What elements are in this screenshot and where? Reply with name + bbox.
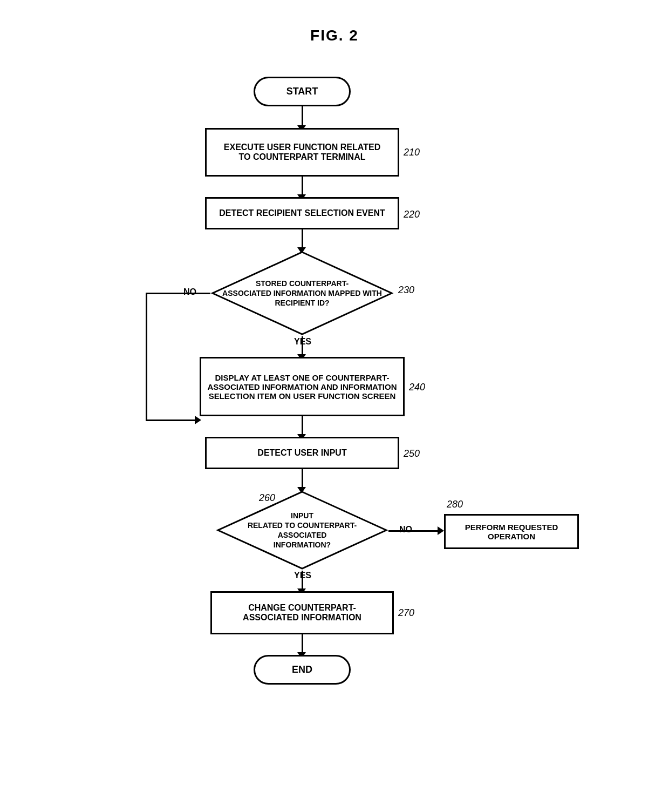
step-260: INPUT RELATED TO COUNTERPART-ASSOCIATED … xyxy=(216,490,388,571)
arrowhead-no-280 xyxy=(438,526,444,535)
arrow-230no-h xyxy=(146,293,210,294)
label-240: 240 xyxy=(409,382,425,393)
label-210: 210 xyxy=(404,147,420,158)
step-230: STORED COUNTERPART- ASSOCIATED INFORMATI… xyxy=(210,250,394,336)
label-270: 270 xyxy=(398,607,414,619)
start-node: START xyxy=(254,77,351,106)
step-240: DISPLAY AT LEAST ONE OF COUNTERPART- ASS… xyxy=(200,357,405,416)
arrow-start-210 xyxy=(302,106,303,128)
label-230: 230 xyxy=(398,285,414,296)
page-title: FIG. 2 xyxy=(310,27,359,44)
step-280: PERFORM REQUESTED OPERATION xyxy=(444,514,579,549)
step-220: DETECT RECIPIENT SELECTION EVENT xyxy=(205,197,399,229)
arrow-260no-h xyxy=(388,530,442,532)
arrowhead-no-right xyxy=(195,416,201,424)
arrow-230no-h2 xyxy=(146,419,200,421)
step-250: DETECT USER INPUT xyxy=(205,437,399,469)
no-label-260: NO xyxy=(399,525,412,534)
label-260: 260 xyxy=(259,492,275,504)
end-node: END xyxy=(254,655,351,685)
label-280: 280 xyxy=(447,499,463,510)
step-270: CHANGE COUNTERPART- ASSOCIATED INFORMATI… xyxy=(210,591,394,634)
no-label-230: NO xyxy=(183,287,196,297)
arrow-230no-v xyxy=(146,293,147,420)
label-250: 250 xyxy=(404,448,420,459)
flowchart: START EXECUTE USER FUNCTION RELATED TO C… xyxy=(92,77,577,806)
step-210: EXECUTE USER FUNCTION RELATED TO COUNTER… xyxy=(205,128,399,177)
label-220: 220 xyxy=(404,209,420,220)
